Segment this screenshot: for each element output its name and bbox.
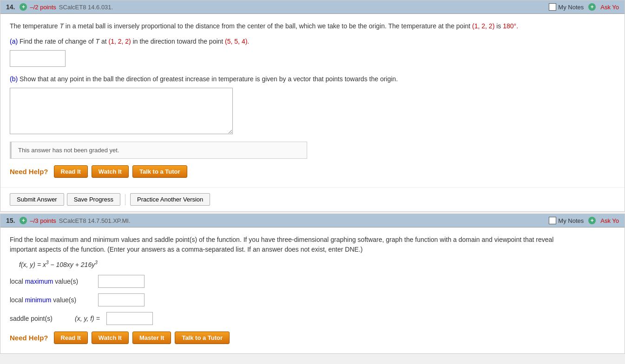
problem-15-formula: f(x, y) = x3 − 108xy + 216y3 — [19, 260, 615, 268]
problem-14-header: 14. + –/2 points SCalcET8 14.6.031. My N… — [0, 0, 625, 14]
master-it-button-15[interactable]: Master It — [132, 332, 171, 344]
temp-value-14: 180°. — [503, 22, 518, 30]
save-button-14[interactable]: Save Progress — [67, 193, 120, 206]
problem-15-header: 15. + –/3 points SCalcET8 14.7.501.XP.MI… — [0, 214, 625, 228]
watch-it-button-15[interactable]: Watch It — [92, 332, 129, 344]
grading-note-14: This answer has not been graded yet. — [10, 142, 307, 159]
part-b-textarea-14[interactable] — [10, 88, 233, 134]
local-max-input[interactable] — [98, 275, 145, 288]
problem-15-number: 15. — [6, 217, 15, 224]
action-bar-14: Submit Answer Save Progress Practice Ano… — [0, 187, 625, 211]
saddle-row: saddle point(s) (x, y, f) = — [10, 312, 615, 325]
local-max-row: local maximum value(s) — [10, 275, 615, 288]
problem-14-header-left: 14. + –/2 points SCalcET8 14.6.031. — [6, 3, 113, 11]
need-help-15: Need Help? Read It Watch It Master It Ta… — [10, 332, 615, 344]
part-a-label-14: (a) Find the rate of change of T at (1, … — [10, 37, 615, 46]
notes-button-14[interactable]: My Notes — [549, 3, 584, 11]
part-a-14: (a) Find the rate of change of T at (1, … — [10, 37, 615, 67]
problem-14-body: The temperature T in a metal ball is inv… — [0, 14, 625, 187]
part-b-14: (b) Show that at any point in the ball t… — [10, 74, 615, 134]
read-it-button-14[interactable]: Read It — [54, 165, 88, 178]
read-it-button-15[interactable]: Read It — [54, 332, 88, 344]
problem-15-description: Find the local maximum and minimum value… — [10, 235, 615, 254]
point1-14: (1, 2, 2) — [472, 22, 494, 30]
problem-15: 15. + –/3 points SCalcET8 14.7.501.XP.MI… — [0, 214, 625, 354]
talk-tutor-button-15[interactable]: Talk to a Tutor — [175, 332, 230, 344]
local-min-row: local minimum value(s) — [10, 293, 615, 306]
part-a-input-14[interactable] — [10, 50, 66, 67]
is-text-14: is — [496, 22, 503, 30]
submit-button-14[interactable]: Submit Answer — [10, 193, 64, 206]
local-min-label: local minimum value(s) — [10, 296, 93, 304]
notes-label-15: My Notes — [558, 217, 584, 224]
practice-button-14[interactable]: Practice Another Version — [130, 193, 210, 206]
problem-14: 14. + –/2 points SCalcET8 14.6.031. My N… — [0, 0, 625, 212]
ask-icon-15[interactable]: + — [588, 217, 596, 224]
problem-15-source: SCalcET8 14.7.501.XP.MI. — [59, 217, 131, 224]
problem-14-number: 14. — [6, 3, 15, 11]
ask-icon-14[interactable]: + — [588, 3, 596, 11]
problem-15-header-right: My Notes + Ask Yo — [549, 217, 619, 224]
problem-15-points: –/3 points — [30, 217, 56, 224]
grading-note-text-14: This answer has not been graded yet. — [18, 147, 119, 154]
problem-15-body: Find the local maximum and minimum value… — [0, 228, 625, 353]
question-text-14: The temperature T in a metal ball is inv… — [10, 22, 472, 30]
watch-it-button-14[interactable]: Watch It — [92, 165, 129, 178]
need-help-14: Need Help? Read It Watch It Talk to a Tu… — [10, 165, 615, 178]
saddle-input[interactable] — [106, 312, 153, 325]
problem-15-header-left: 15. + –/3 points SCalcET8 14.7.501.XP.MI… — [6, 217, 131, 224]
notes-label-14: My Notes — [558, 4, 584, 11]
need-help-label-14: Need Help? — [10, 168, 48, 176]
problem-14-header-right: My Notes + Ask Yo — [549, 3, 619, 11]
problem-14-question: The temperature T in a metal ball is inv… — [10, 21, 615, 31]
part-b-label-14: (b) Show that at any point in the ball t… — [10, 74, 615, 84]
ask-label-14[interactable]: Ask Yo — [600, 4, 619, 11]
problem-14-points: –/2 points — [30, 4, 56, 11]
need-help-label-15: Need Help? — [10, 334, 48, 342]
add-icon-15[interactable]: + — [20, 217, 27, 224]
notes-icon-14 — [549, 3, 556, 11]
notes-button-15[interactable]: My Notes — [549, 217, 584, 224]
ask-label-15[interactable]: Ask Yo — [600, 217, 619, 224]
separator-14 — [125, 194, 125, 205]
problem-14-source: SCalcET8 14.6.031. — [59, 4, 113, 11]
saddle-label: saddle point(s) — [10, 315, 70, 322]
local-max-label: local maximum value(s) — [10, 278, 93, 285]
talk-tutor-button-14[interactable]: Talk to a Tutor — [132, 165, 187, 178]
add-icon-14[interactable]: + — [20, 3, 27, 11]
local-min-input[interactable] — [98, 293, 145, 306]
notes-icon-15 — [549, 217, 556, 224]
saddle-eq: (x, y, f) = — [75, 315, 100, 322]
